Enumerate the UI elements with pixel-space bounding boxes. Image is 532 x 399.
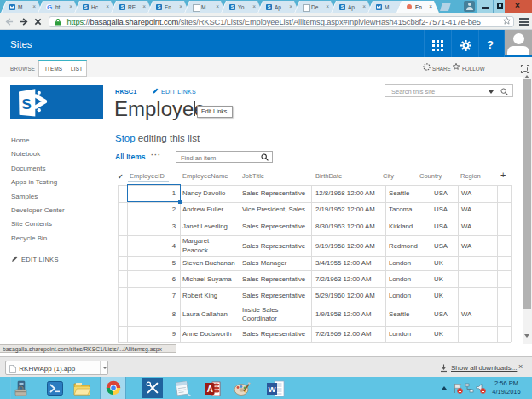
svg-text:A: A (207, 385, 213, 394)
svg-text:S: S (22, 96, 32, 113)
svg-text:W: W (269, 385, 276, 394)
